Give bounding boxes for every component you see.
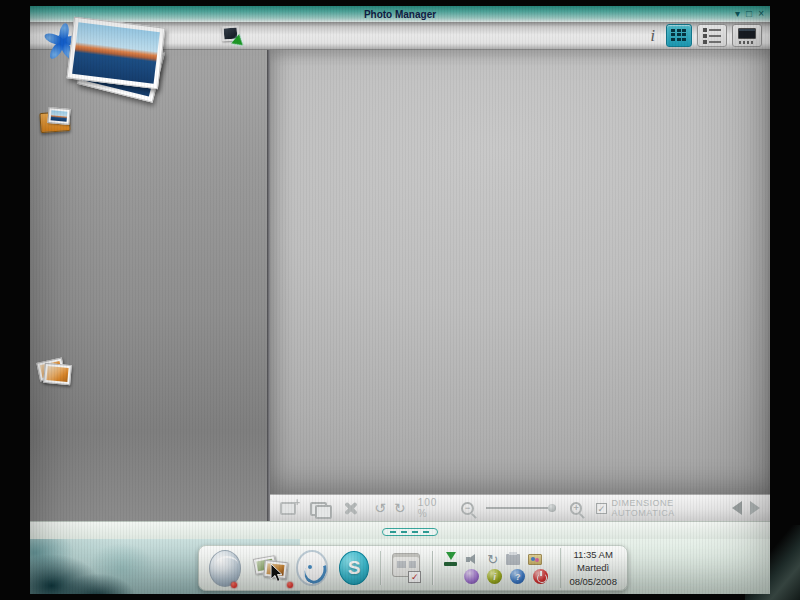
view-mode-controls: i	[651, 24, 762, 47]
running-indicator-photo-manager	[287, 582, 293, 588]
system-tray: ↻ i ?	[444, 552, 548, 584]
next-button[interactable]	[750, 501, 760, 515]
clock-date: 08/05/2008	[569, 575, 617, 588]
volume-tray-icon[interactable]	[466, 553, 479, 565]
sidebar-divider[interactable]	[267, 50, 270, 527]
info-icon[interactable]: i	[651, 27, 655, 45]
list-view-icon	[703, 28, 721, 44]
previous-button[interactable]	[732, 501, 742, 515]
settings-icon[interactable]: ✓	[392, 553, 422, 583]
delete-photo-button[interactable]	[343, 501, 356, 515]
info-sphere-icon[interactable]: i	[487, 569, 502, 584]
auto-size-checkbox[interactable]: ✓	[596, 503, 606, 514]
add-photo-button[interactable]: +	[280, 502, 296, 515]
skype-icon[interactable]: S	[339, 551, 369, 585]
window-title: Photo Manager	[364, 9, 436, 20]
image-folders-icon	[38, 106, 76, 140]
zoom-slider[interactable]	[486, 507, 554, 509]
navigation-arrows	[732, 501, 760, 515]
rotate-left-button[interactable]: ↺	[374, 501, 386, 515]
monitor-photo: Photo Manager ▾ □ × i	[0, 0, 800, 600]
purple-sphere-icon[interactable]	[464, 569, 479, 584]
slideshow-view-button[interactable]	[732, 24, 762, 47]
dock-separator	[380, 551, 381, 585]
clock-time: 11:35 AM	[569, 548, 617, 561]
refresh-tray-icon[interactable]: ↻	[487, 553, 498, 566]
grid-view-icon	[671, 29, 687, 43]
photo-grid-area[interactable]	[270, 50, 770, 494]
zoom-out-button[interactable]: −	[461, 502, 473, 515]
photos-folder-tray-icon[interactable]	[528, 554, 542, 565]
clock[interactable]: 11:35 AM Martedì 08/05/2008	[560, 548, 617, 588]
browser-icon[interactable]	[209, 550, 241, 587]
rotate-right-button[interactable]: ↻	[394, 501, 406, 515]
close-icon[interactable]: ×	[758, 7, 764, 21]
printer-tray-icon[interactable]	[506, 554, 520, 565]
download-tray-icon[interactable]	[444, 552, 458, 566]
window-bottom-strip	[30, 521, 770, 539]
running-indicator-browser	[231, 582, 237, 588]
auto-size-label: DIMENSIONE AUTOMATICA	[612, 498, 732, 518]
screen: Photo Manager ▾ □ × i	[30, 6, 770, 594]
dock-separator	[432, 551, 433, 585]
mouse-cursor	[270, 563, 284, 583]
power-button-icon[interactable]	[533, 569, 548, 584]
contacts-phone-icon[interactable]	[296, 550, 328, 586]
copy-photo-button[interactable]	[310, 502, 327, 515]
clock-day: Martedì	[569, 561, 617, 574]
monitor-icon	[737, 28, 757, 44]
restore-icon[interactable]: □	[746, 7, 752, 21]
panel-hide-handle[interactable]	[382, 528, 438, 536]
zoom-in-button[interactable]: +	[570, 502, 582, 515]
list-view-button[interactable]	[697, 24, 727, 47]
splat-icon	[56, 34, 70, 48]
import-photos-button[interactable]	[220, 25, 244, 49]
minimize-icon[interactable]: ▾	[735, 7, 740, 21]
logo-photo-front	[67, 17, 166, 90]
zoom-slider-handle[interactable]	[548, 504, 556, 512]
album-icon	[34, 354, 76, 398]
window-controls: ▾ □ ×	[735, 7, 764, 21]
photo-toolbar: + ↺ ↻ 100 % − + ✓ DIMENSIONE AUTOMATICA	[270, 494, 770, 521]
help-sphere-icon[interactable]: ?	[510, 569, 525, 584]
check-badge-icon: ✓	[408, 571, 421, 583]
thumbnail-view-button[interactable]	[666, 24, 692, 47]
zoom-level-value: 100 %	[418, 497, 449, 519]
dock-taskbar: S ✓ ↻ i ?	[198, 545, 628, 591]
